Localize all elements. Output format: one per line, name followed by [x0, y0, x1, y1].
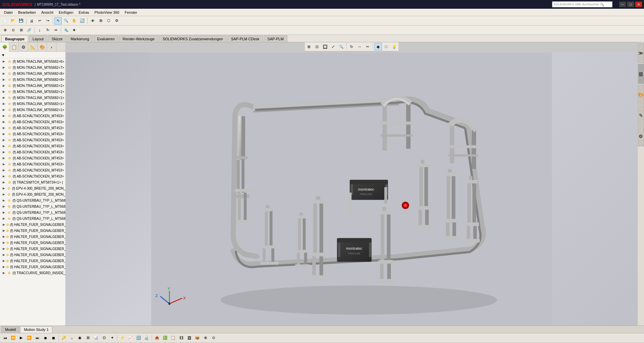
motion-record[interactable]: ⏺ [42, 334, 49, 342]
linear-btn[interactable]: ↕ [36, 27, 43, 34]
smart-btn[interactable]: ★ [70, 27, 78, 34]
tree-item-15[interactable]: ▶⚙(f) AB-SCHALTNOCKEN_MT453> [0, 149, 65, 155]
vp-orient[interactable]: 🔲 [321, 43, 329, 50]
save-btn[interactable]: 💾 [17, 17, 25, 24]
tab-evaluieren[interactable]: Evaluieren [94, 35, 118, 42]
tree-item-1[interactable]: ▶⚙(f) MON-TRACLINK_MT65682<7> [0, 64, 65, 70]
print-btn[interactable]: 🖨 [28, 17, 35, 24]
motion-rewind[interactable]: ⏮ [1, 334, 9, 342]
appear-tab[interactable]: 🎨 [38, 42, 47, 52]
view-btn[interactable]: 👁 [89, 17, 96, 24]
vp-pan2[interactable]: ↔ [356, 43, 363, 50]
display-btn[interactable]: ⬡ [105, 17, 112, 24]
tab-markierung[interactable]: Markierung [67, 35, 93, 42]
motion-key2[interactable]: ⬦ [68, 334, 76, 342]
tree-item-16[interactable]: ▶⚙(f) AB-SCHALTNOCKEN_MT453> [0, 155, 65, 161]
tree-item-31[interactable]: ▶⚙(f) HALTER_FUER_SIGNALGEBER_ [0, 246, 65, 252]
undo-btn[interactable]: ↩ [36, 17, 43, 24]
tree-item-33[interactable]: ▶⚙(f) HALTER_FUER_SIGNALGEBER_ [0, 258, 65, 264]
search-icon[interactable]: 🔍 [600, 3, 604, 6]
motion-stop[interactable]: ⏹ [50, 334, 57, 342]
tree-item-35[interactable]: ▶⚙(f) TRACCURVE_90GRD_INSIDE_ [0, 270, 65, 276]
tab-modell[interactable]: Modell [1, 326, 19, 333]
menu-ansicht[interactable]: Ansicht [39, 9, 56, 16]
menu-photoview[interactable]: PhotoView 360 [92, 9, 122, 16]
tree-item-27[interactable]: ▶⚙(f) HALTER_FUER_SIGNALGEBER_ [0, 222, 65, 228]
motion-calc4[interactable]: 🔬 [143, 334, 150, 342]
motion-key4[interactable]: ⊞ [84, 334, 92, 342]
motion-export5[interactable]: 🖼 [186, 334, 193, 342]
motion-play[interactable]: ▶ [17, 334, 25, 342]
vp-rotate[interactable]: ↻ [348, 43, 355, 50]
motion-export2[interactable]: 💹 [161, 334, 169, 342]
right-btn-2[interactable]: ▥ [638, 64, 644, 84]
motion-end[interactable]: ⏭ [34, 334, 41, 342]
new-btn[interactable]: 📄 [1, 17, 9, 24]
section-btn[interactable]: ⊞ [97, 17, 104, 24]
zoom-btn[interactable]: 🔍 [62, 17, 70, 24]
right-btn-5[interactable]: ⚙ [638, 126, 644, 146]
right-btn-4[interactable]: ✎ [638, 105, 644, 126]
tree-item-18[interactable]: ▶⚙(f) AB-SCHALTNOCKEN_MT453> [0, 167, 65, 173]
rotate-btn[interactable]: 🔄 [79, 17, 86, 24]
tree-item-13[interactable]: ▶⚙(f) AB-SCHALTNOCKEN_MT453> [0, 137, 65, 143]
tree-item-3[interactable]: ▶⚙(f) MON-TRACLINK_MT65682<9> [0, 77, 65, 83]
tree-item-10[interactable]: ▶⚙(f) AB-SCHALTNOCKEN_MT453> [0, 119, 65, 125]
redo-btn[interactable]: ↪ [44, 17, 51, 24]
tree-item-9[interactable]: ▶⚙(f) AB-SCHALTNOCKEN_MT453> [0, 113, 65, 119]
tree-item-4[interactable]: ▶⚙(f) MON-TRACLINK_MT65682<1> [0, 83, 65, 89]
motion-back[interactable]: ⏪ [9, 334, 17, 342]
vp-display2[interactable]: □ [383, 43, 390, 50]
settings-btn[interactable]: ⚙ [113, 17, 120, 24]
motion-key3[interactable]: ◉ [76, 334, 84, 342]
right-btn-1[interactable]: ≫ [638, 43, 644, 63]
tab-motion-study[interactable]: Motion Study 1 [20, 326, 52, 333]
pan-btn[interactable]: ✋ [70, 17, 78, 24]
tree-item-25[interactable]: ▶⚙(f) QS-UNTERBAU_TYP_L_MT568 [0, 209, 65, 215]
menu-bearbeiten[interactable]: Bearbeiten [15, 9, 39, 16]
vp-zoom-fit[interactable]: ⤢ [330, 43, 337, 50]
tab-baugruppe[interactable]: Baugruppe [1, 35, 28, 42]
tree-item-12[interactable]: ▶⚙(f) AB-SCHALTNOCKEN_MT453> [0, 131, 65, 137]
tab-layout[interactable]: Layout [29, 35, 47, 42]
motion-calc1[interactable]: ⚡ [119, 334, 126, 342]
tree-item-22[interactable]: ▶⚙(f) EPV-4-300_BREITE_200_MON_ [0, 191, 65, 197]
tree-item-26[interactable]: ▶⚙(f) QS-UNTERBAU_TYP_L_MT568 [0, 215, 65, 222]
menu-extras[interactable]: Extras [76, 9, 92, 16]
tree-filter[interactable]: ▼ [0, 52, 65, 58]
motion-calc3[interactable]: 🔢 [135, 334, 142, 342]
motion-export1[interactable]: 📤 [153, 334, 161, 342]
motion-export6[interactable]: 📦 [194, 334, 201, 342]
help-search[interactable]: SOLIDWORKS Hilfe durchsuchen 🔍 [552, 1, 612, 7]
motion-forward[interactable]: ⏩ [26, 334, 33, 342]
motion-export8[interactable]: ⊙ [210, 334, 217, 342]
assem-btn2[interactable]: ⊙ [9, 27, 17, 34]
vp-zoom-area[interactable]: 🔍 [338, 43, 345, 50]
3d-viewport[interactable]: ⊞ ⊡ 🔲 ⤢ 🔍 ↻ ↔ ✂ ◉ □ 💡 [66, 42, 637, 326]
motion-export7[interactable]: ⊕ [202, 334, 209, 342]
tab-sap-cdesk[interactable]: SAP-PLM CDesk [227, 35, 263, 42]
tree-item-21[interactable]: ▶⚙(f) EPV-4-300_BREITE_200_MON_ [0, 185, 65, 191]
assem-btn4[interactable]: 🔗 [26, 27, 33, 34]
tree-item-0[interactable]: ▶⚙(f) MON-TRACLINK_MT65682<6> [0, 58, 65, 64]
tree-item-23[interactable]: ▶⚙(f) QS-UNTERBAU_TYP_L_MT568 [0, 197, 65, 203]
maximize-button[interactable]: □ [627, 2, 634, 7]
open-btn[interactable]: 📂 [9, 17, 17, 24]
select-btn[interactable]: ↖ [54, 17, 62, 24]
tree-item-20[interactable]: ▶⚙(f) TRACSWITCH_MT58734<1> ( [0, 179, 65, 185]
config-tab[interactable]: ⚙ [19, 42, 28, 52]
mirror-btn[interactable]: ⇔ [52, 27, 59, 34]
assem-btn1[interactable]: ⊕ [1, 27, 9, 34]
motion-key7[interactable]: ✦ [108, 334, 116, 342]
tree-item-32[interactable]: ▶⚙(f) HALTER_FUER_SIGNALGEBER_ [0, 252, 65, 258]
tree-item-17[interactable]: ▶⚙(f) AB-SCHALTNOCKEN_MT453> [0, 161, 65, 167]
tree-item-28[interactable]: ▶⚙(f) HALTER_FUER_SIGNALGEBER_ [0, 228, 65, 234]
motion-key5[interactable]: 📊 [92, 334, 100, 342]
tree-item-34[interactable]: ▶⚙(f) HALTER_FUER_SIGNALGEBER_ [0, 264, 65, 270]
tree-item-11[interactable]: ▶⚙(f) AB-SCHALTNOCKEN_MT453> [0, 125, 65, 131]
tab-sap-plm[interactable]: SAP-PLM [264, 35, 287, 42]
motion-calc2[interactable]: 📈 [127, 334, 134, 342]
property-tab[interactable]: 📋 [9, 42, 19, 52]
tree-item-30[interactable]: ▶⚙(f) HALTER_FUER_SIGNALGEBER_ [0, 240, 65, 246]
menu-fenster[interactable]: Fenster [122, 9, 140, 16]
